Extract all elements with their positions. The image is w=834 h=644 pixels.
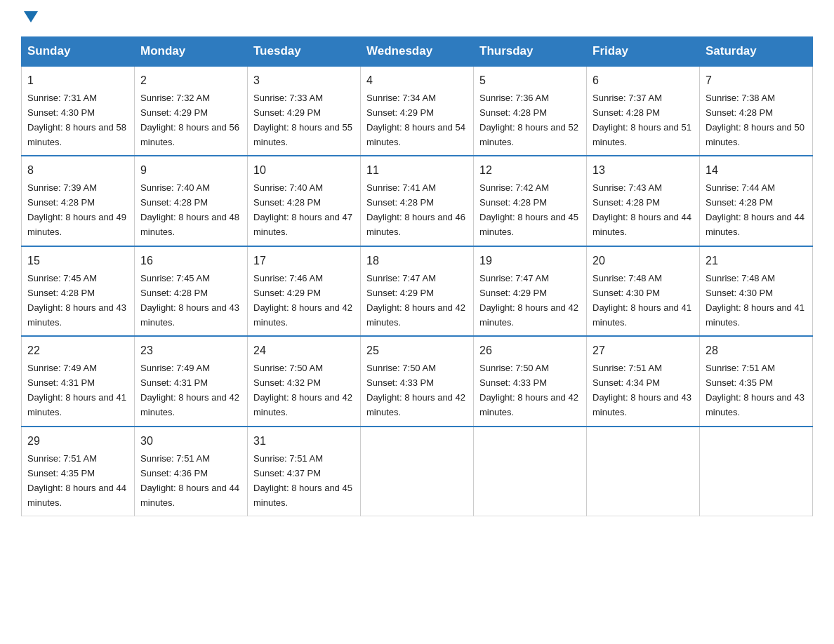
day-info: Sunrise: 7:40 AMSunset: 4:28 PMDaylight:… <box>140 182 239 237</box>
page-header <box>21 14 813 22</box>
day-info: Sunrise: 7:32 AMSunset: 4:29 PMDaylight:… <box>140 93 239 147</box>
day-number: 7 <box>706 72 807 90</box>
day-number: 2 <box>140 72 241 90</box>
calendar-cell: 25Sunrise: 7:50 AMSunset: 4:33 PMDayligh… <box>361 336 474 426</box>
day-number: 4 <box>366 72 468 90</box>
day-info: Sunrise: 7:37 AMSunset: 4:28 PMDaylight:… <box>593 93 691 147</box>
calendar-cell: 14Sunrise: 7:44 AMSunset: 4:28 PMDayligh… <box>700 156 813 246</box>
day-info: Sunrise: 7:44 AMSunset: 4:28 PMDaylight:… <box>706 182 805 237</box>
day-number: 27 <box>593 342 694 360</box>
calendar-cell: 22Sunrise: 7:49 AMSunset: 4:31 PMDayligh… <box>22 336 135 426</box>
calendar-header: SundayMondayTuesdayWednesdayThursdayFrid… <box>22 37 813 67</box>
day-number: 13 <box>593 162 694 180</box>
day-number: 6 <box>593 72 694 90</box>
day-number: 11 <box>366 162 468 180</box>
day-info: Sunrise: 7:47 AMSunset: 4:29 PMDaylight:… <box>366 273 465 328</box>
day-number: 12 <box>479 162 581 180</box>
day-number: 25 <box>366 342 468 360</box>
day-number: 19 <box>479 253 581 270</box>
calendar-cell: 29Sunrise: 7:51 AMSunset: 4:35 PMDayligh… <box>22 427 135 516</box>
day-info: Sunrise: 7:42 AMSunset: 4:28 PMDaylight:… <box>479 182 578 237</box>
calendar-cell: 24Sunrise: 7:50 AMSunset: 4:32 PMDayligh… <box>248 336 361 426</box>
day-number: 16 <box>140 253 241 270</box>
calendar-cell: 5Sunrise: 7:36 AMSunset: 4:28 PMDaylight… <box>474 66 587 156</box>
calendar-cell: 3Sunrise: 7:33 AMSunset: 4:29 PMDaylight… <box>248 66 361 156</box>
calendar-cell: 16Sunrise: 7:45 AMSunset: 4:28 PMDayligh… <box>135 246 248 336</box>
day-info: Sunrise: 7:50 AMSunset: 4:33 PMDaylight:… <box>366 363 465 417</box>
day-number: 8 <box>27 162 128 180</box>
day-number: 5 <box>479 72 581 90</box>
weekday-header: Monday <box>135 37 248 67</box>
day-info: Sunrise: 7:45 AMSunset: 4:28 PMDaylight:… <box>27 273 126 328</box>
calendar-cell: 7Sunrise: 7:38 AMSunset: 4:28 PMDaylight… <box>700 66 813 156</box>
day-info: Sunrise: 7:49 AMSunset: 4:31 PMDaylight:… <box>27 363 126 417</box>
day-number: 3 <box>253 72 355 90</box>
day-number: 23 <box>140 342 241 360</box>
day-info: Sunrise: 7:48 AMSunset: 4:30 PMDaylight:… <box>593 273 691 328</box>
calendar-cell: 8Sunrise: 7:39 AMSunset: 4:28 PMDaylight… <box>22 156 135 246</box>
calendar-cell: 17Sunrise: 7:46 AMSunset: 4:29 PMDayligh… <box>248 246 361 336</box>
day-number: 15 <box>27 253 128 270</box>
calendar-cell: 18Sunrise: 7:47 AMSunset: 4:29 PMDayligh… <box>361 246 474 336</box>
calendar-week-row: 8Sunrise: 7:39 AMSunset: 4:28 PMDaylight… <box>22 156 813 246</box>
day-info: Sunrise: 7:51 AMSunset: 4:34 PMDaylight:… <box>593 363 691 417</box>
day-number: 26 <box>479 342 581 360</box>
day-number: 10 <box>253 162 355 180</box>
day-number: 18 <box>366 253 468 270</box>
calendar-week-row: 22Sunrise: 7:49 AMSunset: 4:31 PMDayligh… <box>22 336 813 426</box>
weekday-header: Friday <box>587 37 700 67</box>
day-info: Sunrise: 7:51 AMSunset: 4:36 PMDaylight:… <box>140 453 239 508</box>
day-info: Sunrise: 7:49 AMSunset: 4:31 PMDaylight:… <box>140 363 239 417</box>
day-number: 29 <box>27 433 128 450</box>
calendar-cell: 20Sunrise: 7:48 AMSunset: 4:30 PMDayligh… <box>587 246 700 336</box>
calendar-cell: 26Sunrise: 7:50 AMSunset: 4:33 PMDayligh… <box>474 336 587 426</box>
calendar-cell: 15Sunrise: 7:45 AMSunset: 4:28 PMDayligh… <box>22 246 135 336</box>
calendar-cell: 6Sunrise: 7:37 AMSunset: 4:28 PMDaylight… <box>587 66 700 156</box>
logo-triangle-icon <box>24 11 38 22</box>
day-info: Sunrise: 7:50 AMSunset: 4:32 PMDaylight:… <box>253 363 352 417</box>
day-info: Sunrise: 7:48 AMSunset: 4:30 PMDaylight:… <box>706 273 805 328</box>
day-info: Sunrise: 7:46 AMSunset: 4:29 PMDaylight:… <box>253 273 352 328</box>
calendar-cell: 27Sunrise: 7:51 AMSunset: 4:34 PMDayligh… <box>587 336 700 426</box>
weekday-header: Sunday <box>22 37 135 67</box>
calendar-cell: 30Sunrise: 7:51 AMSunset: 4:36 PMDayligh… <box>135 427 248 516</box>
day-info: Sunrise: 7:33 AMSunset: 4:29 PMDaylight:… <box>253 93 352 147</box>
weekday-header: Tuesday <box>248 37 361 67</box>
day-info: Sunrise: 7:31 AMSunset: 4:30 PMDaylight:… <box>27 93 126 147</box>
calendar-cell: 9Sunrise: 7:40 AMSunset: 4:28 PMDaylight… <box>135 156 248 246</box>
day-number: 17 <box>253 253 355 270</box>
calendar-cell: 31Sunrise: 7:51 AMSunset: 4:37 PMDayligh… <box>248 427 361 516</box>
day-info: Sunrise: 7:39 AMSunset: 4:28 PMDaylight:… <box>27 182 126 237</box>
calendar-cell: 13Sunrise: 7:43 AMSunset: 4:28 PMDayligh… <box>587 156 700 246</box>
calendar-cell: 4Sunrise: 7:34 AMSunset: 4:29 PMDaylight… <box>361 66 474 156</box>
day-number: 30 <box>140 433 241 450</box>
day-number: 28 <box>706 342 807 360</box>
day-info: Sunrise: 7:51 AMSunset: 4:35 PMDaylight:… <box>706 363 805 417</box>
calendar-cell: 28Sunrise: 7:51 AMSunset: 4:35 PMDayligh… <box>700 336 813 426</box>
day-info: Sunrise: 7:41 AMSunset: 4:28 PMDaylight:… <box>366 182 465 237</box>
day-number: 24 <box>253 342 355 360</box>
calendar-cell: 10Sunrise: 7:40 AMSunset: 4:28 PMDayligh… <box>248 156 361 246</box>
weekday-header: Saturday <box>700 37 813 67</box>
day-number: 22 <box>27 342 128 360</box>
day-info: Sunrise: 7:38 AMSunset: 4:28 PMDaylight:… <box>706 93 805 147</box>
day-info: Sunrise: 7:51 AMSunset: 4:37 PMDaylight:… <box>253 453 352 508</box>
calendar-cell: 23Sunrise: 7:49 AMSunset: 4:31 PMDayligh… <box>135 336 248 426</box>
day-info: Sunrise: 7:40 AMSunset: 4:28 PMDaylight:… <box>253 182 352 237</box>
calendar-body: 1Sunrise: 7:31 AMSunset: 4:30 PMDaylight… <box>22 66 813 516</box>
calendar-cell <box>361 427 474 516</box>
day-number: 21 <box>706 253 807 270</box>
calendar-cell: 2Sunrise: 7:32 AMSunset: 4:29 PMDaylight… <box>135 66 248 156</box>
day-number: 9 <box>140 162 241 180</box>
calendar-cell: 12Sunrise: 7:42 AMSunset: 4:28 PMDayligh… <box>474 156 587 246</box>
day-number: 20 <box>593 253 694 270</box>
logo <box>21 14 38 22</box>
day-info: Sunrise: 7:50 AMSunset: 4:33 PMDaylight:… <box>479 363 578 417</box>
calendar-week-row: 1Sunrise: 7:31 AMSunset: 4:30 PMDaylight… <box>22 66 813 156</box>
calendar-cell <box>474 427 587 516</box>
calendar-cell: 21Sunrise: 7:48 AMSunset: 4:30 PMDayligh… <box>700 246 813 336</box>
day-info: Sunrise: 7:47 AMSunset: 4:29 PMDaylight:… <box>479 273 578 328</box>
day-info: Sunrise: 7:43 AMSunset: 4:28 PMDaylight:… <box>593 182 691 237</box>
weekday-header: Wednesday <box>361 37 474 67</box>
calendar-week-row: 29Sunrise: 7:51 AMSunset: 4:35 PMDayligh… <box>22 427 813 516</box>
